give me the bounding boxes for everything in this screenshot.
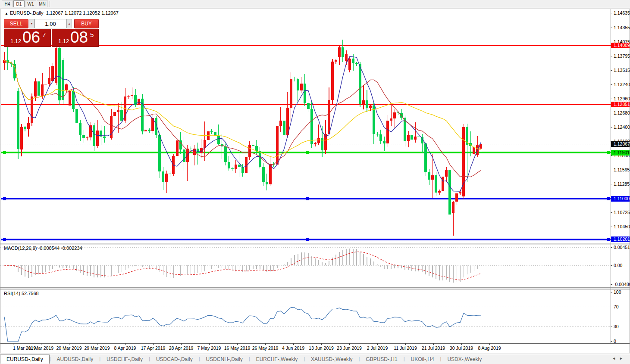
symbol-name: EURUSD-,Daily: [10, 10, 44, 16]
ohlc-readout: 1.12067 1.12072 1.12052 1.12067: [46, 10, 119, 16]
svg-text:1.10725: 1.10725: [614, 210, 630, 215]
svg-text:2 Jul 2019: 2 Jul 2019: [367, 345, 388, 351]
volume-decrease-button[interactable]: ▼: [29, 19, 34, 28]
buy-price-main: 1.12: [58, 38, 69, 44]
svg-text:-0.004806: -0.004806: [614, 282, 630, 287]
svg-text:30 Jul 2019: 30 Jul 2019: [450, 345, 473, 351]
svg-text:23 Jun 2019: 23 Jun 2019: [337, 345, 362, 351]
svg-text:21 Jul 2019: 21 Jul 2019: [422, 345, 445, 351]
symbol-marker-icon: ▲: [5, 12, 8, 16]
chart-tab-gbpusd-h1[interactable]: GBPUSD-,H1: [360, 355, 403, 364]
volume-increase-button[interactable]: ▲: [66, 19, 72, 28]
svg-text:13 Jun 2019: 13 Jun 2019: [309, 345, 334, 351]
svg-text:1.11565: 1.11565: [614, 167, 630, 172]
svg-text:1.11000: 1.11000: [614, 196, 630, 201]
sell-price-display[interactable]: 1.12 06 7: [4, 29, 51, 47]
svg-text:1.14635: 1.14635: [614, 10, 630, 16]
svg-text:7 May 2019: 7 May 2019: [197, 345, 221, 351]
sell-price-pips: 06: [22, 28, 40, 47]
svg-text:1.12067: 1.12067: [614, 141, 630, 146]
buy-price-display[interactable]: 1.12 08 5: [52, 29, 99, 47]
rsi-indicator-label: RSI(14) 52.7568: [4, 291, 39, 296]
svg-text:0.004517: 0.004517: [614, 245, 630, 250]
chart-tab-eurusd-daily[interactable]: EURUSD-,Daily: [0, 355, 50, 364]
svg-text:4 Jun 2019: 4 Jun 2019: [282, 345, 304, 351]
svg-text:1.13515: 1.13515: [614, 68, 630, 73]
svg-text:1.14009: 1.14009: [614, 43, 630, 48]
svg-text:100: 100: [614, 289, 621, 295]
chart-tab-ukoil-h4[interactable]: UKOil-,H4: [405, 355, 440, 364]
timeframe-button-mn[interactable]: MN: [37, 0, 48, 7]
svg-text:11 Mar 2019: 11 Mar 2019: [28, 345, 53, 351]
trade-panel-controls: SELL ▼ ▲ BUY: [4, 19, 99, 28]
chart-tab-usdcnh-daily[interactable]: USDCNH-,Daily: [200, 355, 249, 364]
timeframe-button-h4[interactable]: H4: [2, 0, 13, 7]
svg-text:26 May 2019: 26 May 2019: [252, 345, 279, 351]
svg-text:1.14355: 1.14355: [614, 25, 630, 30]
chart-tab-xauusd-weekly[interactable]: XAUUSD-,Weekly: [305, 355, 358, 364]
price-chart[interactable]: 1.146351.143551.140751.137951.135151.132…: [0, 9, 630, 353]
macd-indicator-label: MACD(12,26,9) -0.000544 -0.002234: [4, 246, 82, 251]
tab-scroll-arrows[interactable]: ◄►: [612, 356, 627, 361]
trade-panel-prices: 1.12 06 7 1.12 08 5: [4, 29, 99, 47]
sell-price-main: 1.12: [10, 38, 21, 44]
chart-tab-usdchf-daily[interactable]: USDCHF-,Daily: [100, 355, 149, 364]
svg-text:17 Apr 2019: 17 Apr 2019: [141, 345, 166, 351]
svg-text:1.11901: 1.11901: [614, 150, 630, 155]
chart-title: ▲EURUSD-,Daily 1.12067 1.12072 1.12052 1…: [5, 10, 119, 16]
svg-text:29 Mar 2019: 29 Mar 2019: [85, 345, 110, 351]
timeframe-button-w1[interactable]: W1: [25, 0, 36, 7]
sell-button[interactable]: SELL: [4, 19, 28, 28]
toolbar-separator: [50, 1, 50, 7]
svg-text:11 Jul 2019: 11 Jul 2019: [394, 345, 417, 351]
svg-text:1.12960: 1.12960: [614, 96, 630, 101]
chart-tab-usdx-weekly[interactable]: USDX-,Weekly: [441, 355, 488, 364]
svg-text:8 Apr 2019: 8 Apr 2019: [114, 345, 136, 351]
sell-price-point: 7: [42, 31, 46, 38]
svg-text:0.00: 0.00: [614, 263, 623, 268]
svg-text:0: 0: [614, 339, 616, 344]
chart-tab-audusd-daily[interactable]: AUDUSD-,Daily: [51, 355, 100, 364]
svg-text:16 May 2019: 16 May 2019: [224, 345, 251, 351]
buy-button[interactable]: BUY: [74, 19, 99, 28]
tab-scroll-right-icon[interactable]: ►: [619, 356, 627, 361]
svg-text:1.10201: 1.10201: [614, 236, 630, 242]
svg-text:28 Apr 2019: 28 Apr 2019: [169, 345, 194, 351]
svg-text:30: 30: [614, 324, 619, 329]
buy-price-point: 5: [90, 31, 94, 38]
timeframe-button-d1[interactable]: D1: [13, 0, 25, 7]
svg-text:1.11285: 1.11285: [614, 181, 630, 187]
svg-text:1.12400: 1.12400: [614, 124, 630, 130]
one-click-trading-panel: SELL ▼ ▲ BUY 1.12 06 7 1.12 08 5: [4, 19, 99, 47]
chart-window: 1.146351.143551.140751.137951.135151.132…: [0, 9, 630, 353]
chart-tab-bar: EURUSD-,Daily|AUDUSD-,Daily|USDCHF-,Dail…: [0, 354, 630, 364]
svg-text:20 Mar 2019: 20 Mar 2019: [56, 345, 82, 351]
svg-text:1.13795: 1.13795: [614, 53, 630, 59]
chart-tab-eurchf-weekly[interactable]: EURCHF-,Weekly: [250, 355, 304, 364]
timeframe-toolbar: H4D1W1MN: [0, 0, 630, 8]
svg-text:1.12680: 1.12680: [614, 110, 630, 115]
svg-text:8 Aug 2019: 8 Aug 2019: [478, 345, 501, 351]
application: H4D1W1MN 1.146351.143551.140751.137951.1…: [0, 0, 630, 364]
svg-text:70: 70: [614, 304, 619, 309]
svg-text:1.10450: 1.10450: [614, 224, 630, 229]
volume-input[interactable]: [34, 19, 66, 28]
svg-text:1.13240: 1.13240: [614, 82, 630, 87]
chart-tab-usdcad-daily[interactable]: USDCAD-,Daily: [150, 355, 199, 364]
svg-text:1.12851: 1.12851: [614, 102, 630, 107]
tab-scroll-left-icon[interactable]: ◄: [612, 356, 619, 361]
buy-price-pips: 08: [70, 28, 88, 47]
